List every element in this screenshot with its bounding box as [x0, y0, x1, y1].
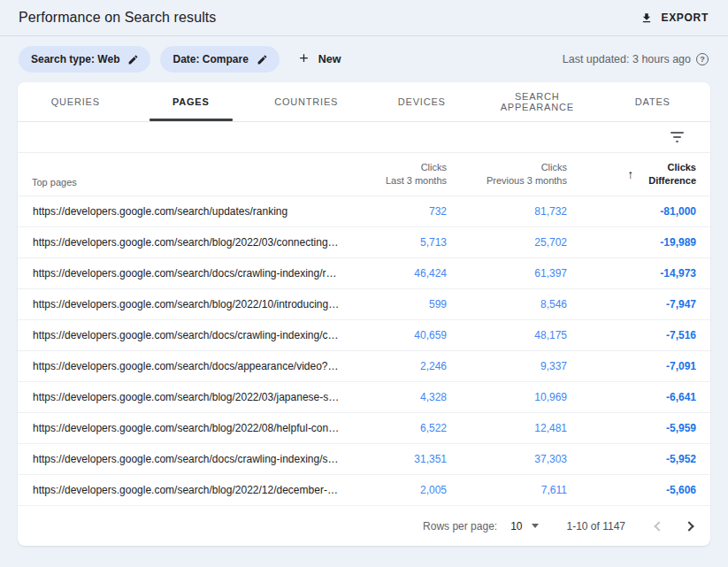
export-button-label: EXPORT: [661, 11, 709, 24]
clicks-last-line2: Last 3 months: [341, 174, 447, 188]
page-title: Performance on Search results: [19, 10, 216, 26]
tab-pages-label: PAGES: [172, 96, 210, 107]
tab-devices-label: DEVICES: [398, 96, 446, 107]
clicks-last-value: 31,351: [341, 453, 447, 465]
table-row[interactable]: https://developers.google.com/search/blo…: [18, 289, 710, 320]
clicks-prev-value: 81,732: [447, 205, 567, 218]
performance-table-card: QUERIES PAGES COUNTRIES DEVICES SEARCH A…: [18, 82, 710, 546]
clicks-last-value: 40,659: [341, 329, 447, 341]
column-header-clicks-previous[interactable]: Clicks Previous 3 months: [447, 161, 567, 188]
clicks-last-value: 4,328: [341, 391, 447, 403]
tab-pages[interactable]: PAGES: [134, 82, 249, 121]
table-row[interactable]: https://developers.google.com/search/blo…: [18, 413, 710, 444]
page-url: https://developers.google.com/search/blo…: [32, 422, 341, 434]
page-url: https://developers.google.com/search/doc…: [32, 453, 341, 465]
help-icon[interactable]: ?: [696, 53, 709, 65]
table-row[interactable]: https://developers.google.com/search/doc…: [18, 444, 710, 475]
tab-dates-label: DATES: [635, 96, 671, 107]
page-url: https://developers.google.com/search/upd…: [32, 205, 341, 218]
clicks-prev-value: 61,397: [447, 267, 567, 280]
tab-queries-label: QUERIES: [51, 96, 100, 107]
clicks-last-value: 5,713: [341, 236, 447, 249]
tab-devices[interactable]: DEVICES: [364, 82, 480, 121]
tab-countries-label: COUNTRIES: [274, 96, 338, 107]
clicks-prev-value: 48,175: [447, 329, 567, 341]
clicks-difference-value: -19,989: [567, 236, 696, 249]
clicks-last-value: 732: [341, 205, 447, 218]
table-row[interactable]: https://developers.google.com/search/blo…: [18, 382, 710, 413]
top-app-bar: Performance on Search results EXPORT: [0, 0, 728, 36]
clicks-difference-value: -5,959: [567, 422, 696, 434]
dimension-tabs: QUERIES PAGES COUNTRIES DEVICES SEARCH A…: [18, 82, 710, 122]
clicks-difference-value: -14,973: [567, 267, 696, 280]
tab-countries[interactable]: COUNTRIES: [249, 82, 364, 121]
rows-per-page-value: 10: [510, 520, 522, 533]
clicks-difference-value: -7,516: [567, 329, 696, 341]
table-row[interactable]: https://developers.google.com/search/blo…: [18, 475, 710, 506]
clicks-difference-value: -6,641: [567, 391, 696, 403]
chevron-right-icon[interactable]: [684, 521, 694, 531]
table-row[interactable]: https://developers.google.com/search/blo…: [18, 227, 710, 258]
column-header-top-pages[interactable]: Top pages: [32, 177, 341, 195]
table-toolbar: [18, 122, 710, 153]
clicks-last-line1: Clicks: [341, 161, 447, 174]
tab-queries[interactable]: QUERIES: [18, 82, 134, 121]
date-compare-chip-label: Date: Compare: [172, 53, 248, 65]
clicks-difference-value: -5,606: [567, 484, 696, 496]
download-icon: [640, 11, 653, 25]
search-type-chip[interactable]: Search type: Web: [19, 46, 150, 73]
new-filter-button[interactable]: New: [297, 51, 341, 67]
clicks-prev-value: 7,611: [447, 484, 567, 496]
clicks-prev-line1: Clicks: [447, 161, 567, 174]
plus-icon: [297, 51, 310, 67]
page-url: https://developers.google.com/search/doc…: [32, 267, 341, 280]
tab-search-appearance[interactable]: SEARCH APPEARANCE: [479, 82, 595, 121]
column-header-clicks-last[interactable]: Clicks Last 3 months: [341, 161, 447, 188]
new-filter-label: New: [318, 53, 341, 65]
tab-dates[interactable]: DATES: [595, 82, 711, 121]
clicks-diff-line1: Clicks: [648, 161, 696, 174]
clicks-difference-value: -7,091: [567, 360, 696, 372]
sort-ascending-icon[interactable]: ↑: [627, 167, 633, 181]
filter-bar: Search type: Web Date: Compare New Last …: [0, 36, 728, 82]
clicks-last-value: 6,522: [341, 422, 447, 434]
chevron-left-icon[interactable]: [654, 521, 663, 531]
last-updated-text: Last updated: 3 hours ago: [563, 53, 691, 65]
clicks-prev-value: 8,546: [447, 298, 567, 310]
page-url: https://developers.google.com/search/blo…: [32, 391, 341, 403]
clicks-prev-value: 37,303: [447, 453, 567, 465]
clicks-last-value: 2,005: [341, 484, 447, 496]
filter-list-icon[interactable]: [667, 128, 687, 146]
clicks-last-value: 599: [341, 298, 447, 310]
table-row[interactable]: https://developers.google.com/search/upd…: [18, 196, 710, 227]
table-row[interactable]: https://developers.google.com/search/doc…: [18, 351, 710, 382]
clicks-prev-value: 10,969: [447, 391, 567, 403]
column-header-clicks-difference[interactable]: ↑ Clicks Difference: [567, 161, 696, 188]
last-updated: Last updated: 3 hours ago ?: [563, 53, 709, 65]
dropdown-arrow-icon: [532, 524, 539, 528]
clicks-difference-lines: Clicks Difference: [648, 161, 696, 188]
page-url: https://developers.google.com/search/doc…: [32, 360, 341, 372]
clicks-difference-value: -7,947: [567, 298, 696, 310]
page-url: https://developers.google.com/search/blo…: [32, 484, 341, 496]
table-header-row: Top pages Clicks Last 3 months Clicks Pr…: [18, 153, 710, 196]
clicks-difference-value: -5,952: [567, 453, 696, 465]
page-url: https://developers.google.com/search/doc…: [32, 329, 341, 341]
date-compare-chip[interactable]: Date: Compare: [160, 46, 279, 73]
edit-icon: [127, 54, 139, 65]
clicks-last-value: 46,424: [341, 267, 447, 280]
table-body: https://developers.google.com/search/upd…: [18, 196, 710, 506]
pagination-range: 1-10 of 1147: [567, 520, 626, 533]
export-button[interactable]: EXPORT: [640, 11, 709, 25]
rows-per-page-select[interactable]: 10: [510, 520, 538, 533]
table-row[interactable]: https://developers.google.com/search/doc…: [18, 320, 710, 351]
clicks-diff-line2: Difference: [648, 174, 696, 188]
tab-search-appearance-label: SEARCH APPEARANCE: [479, 91, 595, 112]
rows-per-page-label: Rows per page:: [423, 520, 497, 533]
table-row[interactable]: https://developers.google.com/search/doc…: [18, 258, 710, 289]
clicks-prev-value: 25,702: [447, 236, 567, 249]
search-type-chip-label: Search type: Web: [31, 53, 119, 65]
clicks-prev-value: 9,337: [447, 360, 567, 372]
edit-icon: [257, 54, 268, 65]
clicks-difference-value: -81,000: [567, 205, 696, 218]
